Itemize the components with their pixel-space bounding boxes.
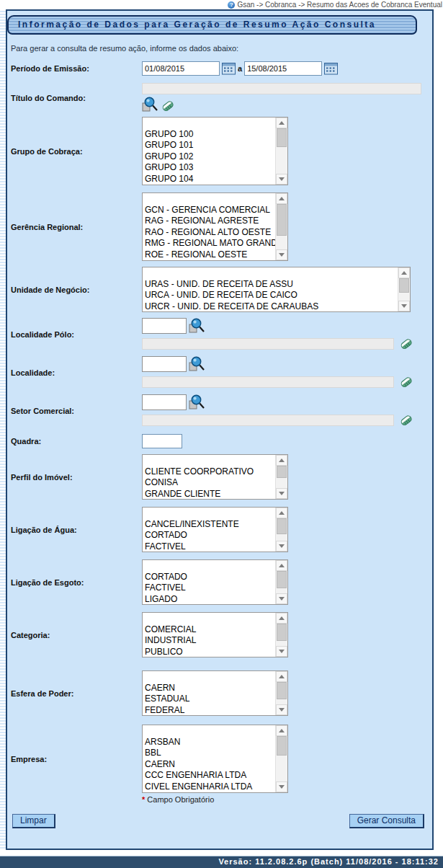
list-option[interactable]	[145, 193, 275, 205]
list-option[interactable]: GRANDE CLIENTE	[145, 489, 275, 500]
scroll-down-icon[interactable]	[276, 488, 287, 499]
scrollbar-thumb[interactable]	[277, 736, 287, 756]
scroll-up-icon[interactable]	[276, 725, 287, 736]
quadra-input[interactable]	[142, 434, 182, 448]
list-option[interactable]	[145, 671, 275, 683]
list-option[interactable]: ESTADUAL	[145, 694, 275, 705]
search-icon[interactable]	[189, 356, 205, 372]
list-option[interactable]: RAO - REGIONAL ALTO OESTE	[145, 227, 275, 239]
scroll-down-icon[interactable]	[398, 301, 410, 311]
scrollbar[interactable]	[275, 671, 287, 715]
scrollbar-thumb[interactable]	[277, 466, 287, 478]
list-option[interactable]: LIGADO	[145, 594, 275, 605]
unidade-negocio-listbox[interactable]: URAS - UNID. DE RECEITA DE ASSUURCA - UN…	[142, 267, 411, 312]
eraser-icon[interactable]	[399, 413, 413, 427]
help-icon[interactable]: ?	[228, 1, 235, 9]
scroll-up-icon[interactable]	[276, 118, 287, 128]
scrollbar[interactable]	[398, 267, 410, 311]
search-icon[interactable]	[189, 318, 205, 334]
list-option[interactable]: BBL	[145, 748, 275, 759]
list-option[interactable]	[145, 725, 275, 737]
periodo-fim-input[interactable]	[244, 61, 322, 76]
scrollbar-thumb[interactable]	[277, 128, 287, 147]
scrollbar-thumb[interactable]	[277, 204, 287, 236]
list-option[interactable]: CLIENTE COORPORATIVO	[145, 466, 275, 478]
scroll-up-icon[interactable]	[276, 193, 287, 204]
list-option[interactable]: URCA - UNID. DE RECEITA DE CAICO	[145, 290, 398, 301]
localidade-polo-input[interactable]	[142, 318, 187, 334]
scrollbar[interactable]	[275, 508, 287, 552]
list-option[interactable]: RAG - REGIONAL AGRESTE	[145, 216, 275, 227]
list-option[interactable]	[145, 455, 275, 466]
eraser-icon[interactable]	[399, 337, 413, 350]
scroll-up-icon[interactable]	[276, 508, 287, 518]
list-option[interactable]: CAERN	[145, 759, 275, 771]
list-option[interactable]: CAERN	[145, 683, 275, 694]
list-option[interactable]: URAS - UNID. DE RECEITA DE ASSU	[145, 279, 398, 291]
grupo-cobranca-listbox[interactable]: GRUPO 100GRUPO 101GRUPO 102GRUPO 103GRUP…	[142, 117, 288, 185]
scroll-up-icon[interactable]	[276, 560, 287, 571]
scrollbar-thumb[interactable]	[399, 278, 409, 293]
list-option[interactable]: CONISA	[145, 477, 275, 489]
list-option[interactable]: FACTIVEL	[145, 541, 275, 552]
scroll-down-icon[interactable]	[276, 541, 287, 552]
scrollbar[interactable]	[275, 613, 287, 657]
scroll-down-icon[interactable]	[276, 174, 287, 185]
list-option[interactable]: ARSBAN	[145, 737, 275, 748]
scroll-down-icon[interactable]	[276, 249, 287, 260]
setor-comercial-input[interactable]	[142, 394, 187, 410]
periodo-inicio-input[interactable]	[142, 61, 220, 76]
list-option[interactable]	[145, 613, 275, 624]
list-option[interactable]: COMERCIAL	[145, 624, 275, 636]
list-option[interactable]: PUBLICO	[145, 647, 275, 657]
scrollbar-thumb[interactable]	[277, 518, 287, 534]
scroll-up-icon[interactable]	[276, 455, 287, 466]
scrollbar-thumb[interactable]	[277, 682, 287, 699]
list-option[interactable]: GCN - GERENCIA COMERCIAL	[145, 205, 275, 216]
gerencia-regional-listbox[interactable]: GCN - GERENCIA COMERCIALRAG - REGIONAL A…	[142, 192, 288, 261]
perfil-imovel-listbox[interactable]: CLIENTE COORPORATIVOCONISAGRANDE CLIENTE	[142, 454, 288, 500]
list-option[interactable]	[145, 267, 398, 279]
list-option[interactable]: CIVEL ENGENHARIA LTDA	[145, 781, 275, 793]
eraser-icon[interactable]	[161, 99, 175, 112]
list-option[interactable]: FEDERAL	[145, 705, 275, 716]
gerar-consulta-button[interactable]: Gerar Consulta	[349, 814, 424, 828]
list-option[interactable]: GRUPO 104	[145, 174, 275, 185]
calendar-icon[interactable]	[324, 63, 338, 75]
list-option[interactable]: FACTIVEL	[145, 583, 275, 594]
list-option[interactable]: CORTADO	[145, 530, 275, 541]
scrollbar[interactable]	[275, 455, 287, 499]
list-option[interactable]: CORTADO	[145, 572, 275, 583]
list-option[interactable]: CANCEL/INEXISTENTE	[145, 519, 275, 531]
breadcrumb-trail[interactable]: Gsan -> Cobranca -> Resumo das Acoes de …	[237, 1, 442, 9]
list-option[interactable]: GRUPO 102	[145, 151, 275, 163]
list-option[interactable]: CCC ENGENHARIA LTDA	[145, 770, 275, 781]
scroll-up-icon[interactable]	[276, 613, 287, 624]
search-icon[interactable]	[189, 394, 205, 410]
limpar-button[interactable]: Limpar	[12, 814, 55, 828]
scrollbar[interactable]	[275, 725, 287, 792]
categoria-listbox[interactable]: COMERCIALINDUSTRIALPUBLICO	[142, 612, 288, 657]
calendar-icon[interactable]	[222, 63, 236, 75]
scrollbar[interactable]	[275, 193, 287, 260]
list-option[interactable]: URCR - UNID. DE RECEITA DE CARAUBAS	[145, 301, 398, 312]
scrollbar[interactable]	[275, 560, 287, 604]
list-option[interactable]: GRUPO 101	[145, 140, 275, 151]
scroll-down-icon[interactable]	[276, 704, 287, 715]
scrollbar[interactable]	[275, 118, 287, 185]
eraser-icon[interactable]	[399, 375, 413, 389]
list-option[interactable]: GRUPO 100	[145, 129, 275, 141]
scroll-down-icon[interactable]	[276, 646, 287, 657]
ligacao-esgoto-listbox[interactable]: CORTADOFACTIVELLIGADO	[142, 559, 288, 605]
localidade-input[interactable]	[142, 356, 187, 372]
ligacao-agua-listbox[interactable]: CANCEL/INEXISTENTECORTADOFACTIVEL	[142, 507, 288, 552]
scrollbar-thumb[interactable]	[277, 571, 287, 588]
scroll-down-icon[interactable]	[276, 593, 287, 604]
list-option[interactable]	[145, 560, 275, 572]
search-icon[interactable]	[142, 97, 158, 112]
scroll-up-icon[interactable]	[276, 671, 287, 682]
scroll-down-icon[interactable]	[276, 781, 287, 792]
list-option[interactable]	[145, 508, 275, 519]
list-option[interactable]: INDUSTRIAL	[145, 635, 275, 647]
list-option[interactable]	[145, 118, 275, 129]
